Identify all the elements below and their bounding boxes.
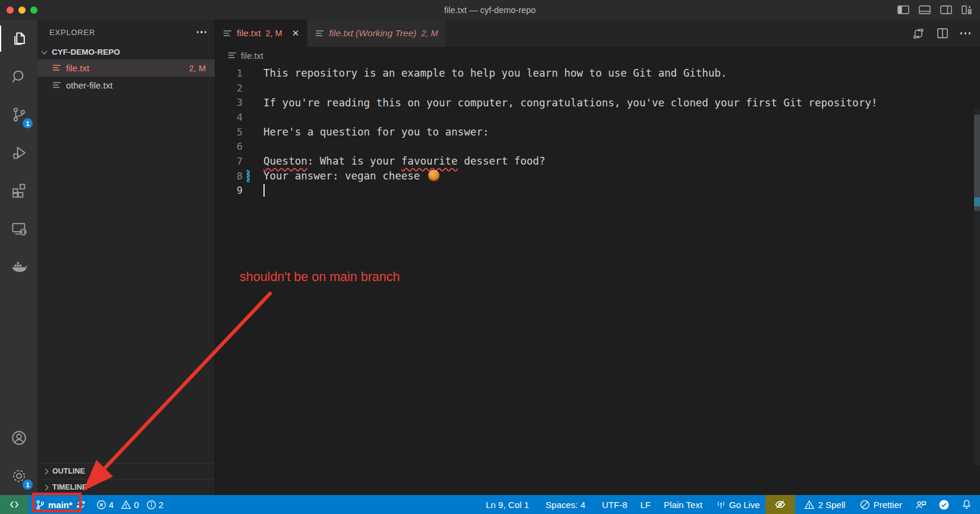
source-control-badge: 1 — [23, 118, 33, 128]
go-live-item[interactable]: Go Live — [711, 495, 765, 514]
spelling-error-squiggle: Queston — [263, 155, 307, 167]
bell-icon — [962, 499, 972, 510]
run-and-debug-icon — [10, 144, 28, 162]
breadcrumb-item: file.txt — [241, 51, 263, 61]
code-line[interactable]: 7Queston: What is your favourite dessert… — [215, 154, 980, 169]
window-title: file.txt — cyf-demo-repo — [0, 5, 980, 15]
text-cursor — [263, 184, 265, 197]
prettier-item[interactable]: Prettier — [855, 495, 907, 514]
indentation-item[interactable]: Spaces: 4 — [541, 495, 591, 514]
breadcrumb[interactable]: file.txt — [215, 47, 980, 64]
toggle-panel-icon[interactable] — [919, 5, 931, 14]
status-check-item[interactable] — [933, 495, 955, 514]
code-line[interactable]: 1This repository is an example to help y… — [215, 66, 980, 81]
line-number: 9 — [215, 185, 243, 196]
encoding-item[interactable]: UTF-8 — [596, 495, 633, 514]
watch-disabled-item[interactable] — [765, 495, 795, 514]
account-icon — [10, 429, 28, 447]
tab-bar: file.txt 2, M ✕ file.txt (Working Tree) … — [215, 20, 980, 47]
code-text: Here's a question for you to answer: — [243, 126, 489, 138]
info-count: 2 — [159, 500, 164, 510]
language-mode-item[interactable]: Plain Text — [658, 495, 708, 514]
feedback-item[interactable] — [910, 495, 932, 514]
problems-item[interactable]: 4 0 2 — [91, 495, 169, 514]
scrollbar-thumb[interactable] — [974, 115, 980, 211]
minimize-window-button[interactable] — [18, 7, 26, 14]
tab-file-txt-working-tree[interactable]: file.txt (Working Tree) 2, M — [307, 20, 445, 47]
close-window-button[interactable] — [7, 7, 14, 14]
warnings-icon — [121, 500, 131, 510]
code-text: Your answer: vegan cheese — [243, 170, 439, 182]
chevron-right-icon — [43, 484, 49, 490]
file-icon — [52, 64, 61, 72]
file-row-file-txt[interactable]: file.txt 2, M — [37, 59, 215, 77]
slash-circle-icon — [860, 500, 870, 510]
activitybar-source-control[interactable]: 1 — [0, 96, 37, 134]
customize-layout-icon[interactable] — [962, 5, 972, 14]
toggle-primary-sidebar-icon[interactable] — [897, 5, 909, 14]
activity-bar: 1 — [0, 20, 37, 495]
annotation-text: shouldn't be on main branch — [240, 270, 400, 285]
line-number: 4 — [215, 112, 243, 123]
editor-group: file.txt 2, M ✕ file.txt (Working Tree) … — [215, 20, 980, 495]
activitybar-docker[interactable] — [0, 248, 37, 286]
code-text: Queston: What is your favourite dessert … — [243, 155, 545, 167]
activitybar-extensions[interactable] — [0, 172, 37, 210]
settings-badge: 1 — [23, 480, 33, 490]
line-number: 1 — [215, 68, 243, 79]
folder-section-cyf-demo-repo[interactable]: CYF-DEMO-REPO — [37, 45, 215, 59]
gutter-modified-indicator — [247, 170, 250, 182]
file-icon — [315, 30, 324, 37]
tab-problems-badge: 2, M — [421, 29, 438, 38]
code-line[interactable]: 3If you're reading this on your computer… — [215, 95, 980, 110]
code-text — [243, 184, 265, 197]
code-line[interactable]: 5Here's a question for you to answer: — [215, 125, 980, 140]
line-number: 5 — [215, 127, 243, 138]
activitybar-remote-explorer[interactable] — [0, 210, 37, 248]
file-name: other-file.txt — [66, 80, 112, 90]
code-line[interactable]: 9 — [215, 184, 980, 198]
extensions-icon — [10, 182, 28, 200]
zoom-window-button[interactable] — [30, 7, 37, 14]
status-bar: main* 4 0 2 Ln 9, Col 1 Spaces: 4 UTF-8 … — [0, 495, 980, 514]
remote-indicator[interactable] — [0, 495, 29, 514]
check-circle-icon — [938, 499, 950, 510]
code-text: If you're reading this on your computer,… — [243, 97, 878, 109]
info-icon — [146, 500, 156, 510]
warning-icon — [804, 500, 815, 510]
line-number: 8 — [215, 171, 243, 182]
notifications-item[interactable] — [956, 495, 980, 514]
code-line[interactable]: 6 — [215, 139, 980, 154]
spelling-error-squiggle: favourite — [401, 155, 458, 167]
code-line[interactable]: 2 — [215, 81, 980, 96]
toggle-secondary-sidebar-icon[interactable] — [940, 5, 952, 14]
eye-off-icon — [774, 499, 786, 510]
warning-count: 0 — [134, 500, 139, 510]
spell-checker-item[interactable]: 2 Spell — [799, 495, 851, 514]
activitybar-run-debug[interactable] — [0, 134, 37, 172]
pie-emoji — [428, 170, 439, 181]
code-text: This repository is an example to help yo… — [243, 67, 727, 79]
annotation-highlight-box — [32, 493, 81, 512]
activitybar-settings[interactable]: 1 — [0, 457, 37, 495]
tab-file-txt[interactable]: file.txt 2, M ✕ — [215, 20, 307, 47]
more-actions-icon[interactable] — [197, 31, 207, 33]
eol-item[interactable]: LF — [635, 495, 657, 514]
docker-icon — [10, 257, 29, 276]
remote-icon — [9, 500, 20, 509]
activitybar-search[interactable] — [0, 58, 37, 96]
code-line[interactable]: 8Your answer: vegan cheese — [215, 169, 980, 184]
line-number: 6 — [215, 141, 243, 152]
more-actions-icon[interactable] — [960, 32, 971, 34]
open-changes-icon[interactable] — [912, 27, 925, 40]
code-line[interactable]: 4 — [215, 110, 980, 125]
cursor-position-item[interactable]: Ln 9, Col 1 — [480, 495, 535, 514]
folder-name: CYF-DEMO-REPO — [52, 48, 120, 56]
split-editor-icon[interactable] — [937, 27, 948, 39]
activitybar-accounts[interactable] — [0, 419, 37, 457]
file-row-other-file-txt[interactable]: other-file.txt — [37, 77, 215, 94]
outline-panel-header[interactable]: OUTLINE — [37, 463, 215, 479]
close-icon[interactable]: ✕ — [292, 28, 300, 39]
activitybar-explorer[interactable] — [0, 20, 37, 58]
line-number: 3 — [215, 97, 243, 108]
